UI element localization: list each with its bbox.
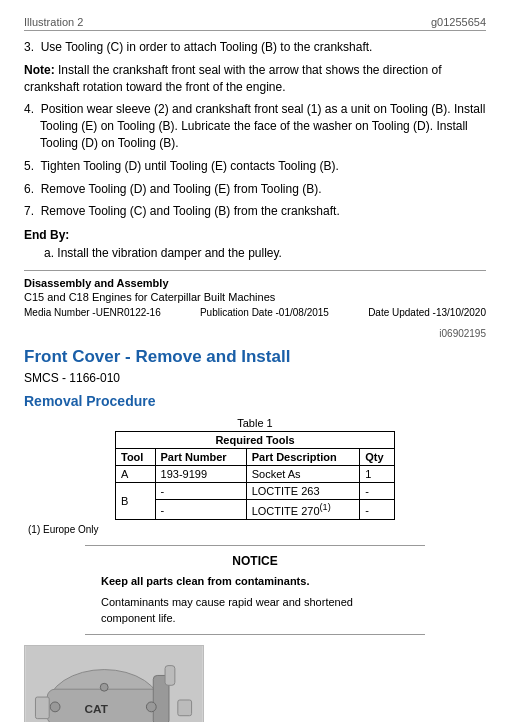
illustration-top-text: Illustration 2	[24, 16, 83, 28]
svg-rect-10	[35, 697, 49, 719]
svg-rect-4	[165, 666, 175, 686]
cell-part-dash-1: -	[155, 483, 246, 500]
cell-desc-loctite270: LOCTITE 270(1)	[246, 500, 360, 520]
notice-box: NOTICE Keep all parts clean from contami…	[85, 545, 425, 635]
table-header-row: Required Tools	[116, 432, 395, 449]
step-7-text: Remove Tooling (C) and Tooling (B) from …	[41, 204, 340, 218]
footer-title: Disassembly and Assembly	[24, 277, 486, 289]
footnote-ref: (1)	[320, 502, 331, 512]
table-row: - LOCTITE 270(1) -	[116, 500, 395, 520]
removal-title: Removal Procedure	[24, 393, 486, 409]
engine-svg: CAT	[25, 646, 203, 722]
col-qty: Qty	[360, 449, 395, 466]
table-header-cell: Required Tools	[116, 432, 395, 449]
footer-meta: Media Number -UENR0122-16 Publication Da…	[24, 307, 486, 318]
cell-qty-dash-1: -	[360, 483, 395, 500]
table-row: A 193-9199 Socket As 1	[116, 466, 395, 483]
cell-part-dash-2: -	[155, 500, 246, 520]
step-7: 7. Remove Tooling (C) and Tooling (B) fr…	[24, 203, 486, 220]
cell-part-193: 193-9199	[155, 466, 246, 483]
svg-text:CAT: CAT	[85, 702, 109, 715]
step-3-text: Use Tooling (C) in order to attach Tooli…	[41, 40, 373, 54]
end-by-title: End By:	[24, 228, 486, 242]
table-col-headers: Tool Part Number Part Description Qty	[116, 449, 395, 466]
svg-point-7	[146, 702, 156, 712]
step-4: 4. Position wear sleeve (2) and cranksha…	[24, 101, 486, 151]
table-label: Table 1	[24, 417, 486, 429]
step-5: 5. Tighten Tooling (D) until Tooling (E)…	[24, 158, 486, 175]
illustration-top-id: g01255654	[431, 16, 486, 28]
end-by-item: Install the vibration damper and the pul…	[44, 246, 486, 260]
svg-point-6	[50, 702, 60, 712]
date-updated: Date Updated -13/10/2020	[368, 307, 486, 318]
svg-point-8	[100, 683, 108, 691]
footnote-text: (1) Europe Only	[24, 524, 486, 535]
svg-rect-11	[178, 700, 192, 716]
illustration-img: CAT	[24, 645, 204, 722]
step-4-text: Position wear sleeve (2) and crankshaft …	[40, 102, 485, 150]
section-title: Front Cover - Remove and Install	[24, 347, 486, 367]
end-by-list: Install the vibration damper and the pul…	[24, 246, 486, 260]
note-text: Install the crankshaft front seal with t…	[24, 63, 442, 94]
col-part-number: Part Number	[155, 449, 246, 466]
cell-desc-socket: Socket As	[246, 466, 360, 483]
step-3: 3. Use Tooling (C) in order to attach To…	[24, 39, 486, 56]
footer-subtitle: C15 and C18 Engines for Caterpillar Buil…	[24, 291, 486, 303]
cell-desc-loctite263: LOCTITE 263	[246, 483, 360, 500]
media-number: Media Number -UENR0122-16	[24, 307, 161, 318]
notice-p1: Keep all parts clean from contaminants.	[101, 574, 409, 589]
cell-qty-1: 1	[360, 466, 395, 483]
step-6: 6. Remove Tooling (D) and Tooling (E) fr…	[24, 181, 486, 198]
required-tools-table: Required Tools Tool Part Number Part Des…	[115, 431, 395, 520]
end-by-section: End By: Install the vibration damper and…	[24, 228, 486, 260]
notice-title: NOTICE	[101, 554, 409, 568]
note-label: Note:	[24, 63, 58, 77]
cell-qty-dash-2: -	[360, 500, 395, 520]
publication-date: Publication Date -01/08/2015	[200, 307, 329, 318]
smcs-line: SMCS - 1166-010	[24, 371, 486, 385]
doc-id: i06902195	[24, 328, 486, 339]
table-row: B - LOCTITE 263 -	[116, 483, 395, 500]
step-6-text: Remove Tooling (D) and Tooling (E) from …	[41, 182, 322, 196]
footer-section: Disassembly and Assembly C15 and C18 Eng…	[24, 270, 486, 318]
cell-tool-a: A	[116, 466, 156, 483]
top-steps-list: 3. Use Tooling (C) in order to attach To…	[24, 39, 486, 220]
note-item: Note: Install the crankshaft front seal …	[24, 62, 486, 96]
illustration-bottom-wrapper: CAT Illustration 1 g02161453	[24, 645, 486, 722]
step-5-text: Tighten Tooling (D) until Tooling (E) co…	[40, 159, 338, 173]
col-part-desc: Part Description	[246, 449, 360, 466]
notice-p2: Contaminants may cause rapid wear and sh…	[101, 595, 409, 626]
notice-line1: Keep all parts clean from contaminants. …	[101, 574, 409, 626]
cell-tool-b: B	[116, 483, 156, 520]
illustration-top-label: Illustration 2 g01255654	[24, 16, 486, 31]
col-tool: Tool	[116, 449, 156, 466]
